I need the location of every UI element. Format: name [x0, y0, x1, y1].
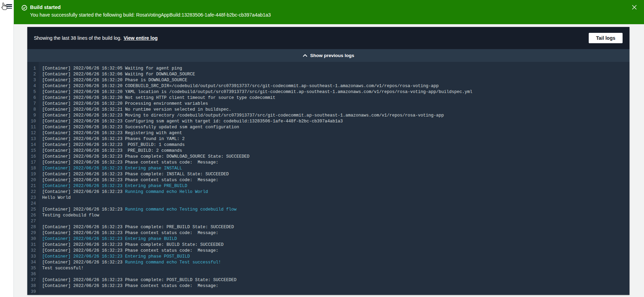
log-line-text: [Container] 2022/06/26 16:32:05 Waiting …: [39, 66, 182, 72]
log-line-number: 23: [27, 195, 39, 201]
log-line-text: [Container] 2022/06/26 16:32:23 Phase co…: [39, 224, 234, 230]
log-line: 32[Container] 2022/06/26 16:32:23 Phase …: [27, 248, 629, 254]
log-line: 29[Container] 2022/06/26 16:32:23 Phase …: [27, 230, 629, 236]
log-line: 18[Container] 2022/06/26 16:32:23 Enteri…: [27, 166, 629, 171]
log-line-number: 31: [27, 242, 39, 248]
log-line: 9[Container] 2022/06/26 16:32:23 Moving …: [27, 113, 629, 119]
log-line: 36: [27, 271, 629, 277]
log-line: 19[Container] 2022/06/26 16:32:23 Phase …: [27, 171, 629, 177]
log-output-area[interactable]: 1[Container] 2022/06/26 16:32:05 Waiting…: [27, 62, 629, 295]
log-line: 5[Container] 2022/06/26 16:32:20 YAML lo…: [27, 89, 629, 95]
log-line-text: [Container] 2022/06/26 16:32:20 YAML loc…: [39, 89, 472, 95]
log-line-text: [Container] 2022/06/26 16:32:23 Running …: [39, 189, 208, 195]
log-line-number: 3: [27, 77, 39, 83]
log-line-text: Test successful!: [39, 266, 84, 271]
log-line-text: [Container] 2022/06/26 16:32:23 Entering…: [39, 236, 177, 242]
log-line-number: 15: [27, 148, 39, 154]
log-line-number: 17: [27, 160, 39, 166]
log-line-number: 21: [27, 183, 39, 189]
view-entire-log-link[interactable]: View entire log: [124, 35, 158, 41]
log-line: 3[Container] 2022/06/26 16:32:20 Phase i…: [27, 77, 629, 83]
log-line: 30[Container] 2022/06/26 16:32:23 Enteri…: [27, 236, 629, 242]
log-line: 25[Container] 2022/06/26 16:32:23 Runnin…: [27, 207, 629, 213]
log-line-number: 1: [27, 66, 39, 72]
flashbar-title: Build started: [30, 4, 61, 10]
log-line: 28[Container] 2022/06/26 16:32:23 Phase …: [27, 224, 629, 230]
log-line-number: 7: [27, 101, 39, 107]
log-line: 24: [27, 201, 629, 207]
log-line-number: 37: [27, 277, 39, 283]
log-line-text: [Container] 2022/06/26 16:32:23 Phase co…: [39, 160, 218, 166]
log-line-text: [Container] 2022/06/26 16:32:23 Phase co…: [39, 242, 224, 248]
log-line-text: [39, 201, 42, 207]
log-line: 4[Container] 2022/06/26 16:32:20 CODEBUI…: [27, 83, 629, 89]
log-line-number: 26: [27, 213, 39, 219]
build-log-header: Showing the last 38 lines of the build l…: [27, 27, 629, 49]
log-line-number: 10: [27, 119, 39, 124]
log-line: 37[Container] 2022/06/26 16:32:23 Phase …: [27, 277, 629, 283]
log-line-number: 28: [27, 224, 39, 230]
log-line: 10[Container] 2022/06/26 16:32:23 Config…: [27, 119, 629, 124]
log-line-text: [Container] 2022/06/26 16:32:23 Phase co…: [39, 154, 249, 160]
log-line: 14[Container] 2022/06/26 16:32:23 POST_B…: [27, 142, 629, 148]
log-line: 16[Container] 2022/06/26 16:32:23 Phase …: [27, 154, 629, 160]
log-line: 33[Container] 2022/06/26 16:32:23 Enteri…: [27, 254, 629, 260]
log-line-number: 2: [27, 72, 39, 77]
log-line-number: 22: [27, 189, 39, 195]
log-line-number: 4: [27, 83, 39, 89]
log-line-number: 38: [27, 283, 39, 289]
log-line: 13[Container] 2022/06/26 16:32:23 Phases…: [27, 136, 629, 142]
menu-hamburger-icon[interactable]: [6, 4, 12, 9]
log-line-number: 9: [27, 113, 39, 119]
log-line: 20[Container] 2022/06/26 16:32:23 Phase …: [27, 177, 629, 183]
log-line-text: [Container] 2022/06/26 16:32:23 Running …: [39, 260, 221, 266]
log-line-number: 34: [27, 260, 39, 266]
log-line-text: [Container] 2022/06/26 16:32:21 No runti…: [39, 107, 231, 113]
log-line-text: [Container] 2022/06/26 16:32:23 Register…: [39, 130, 182, 136]
log-line-text: [Container] 2022/06/26 16:32:23 Entering…: [39, 183, 187, 189]
log-line-text: [Container] 2022/06/26 16:32:23 Successf…: [39, 124, 239, 130]
log-line: 11[Container] 2022/06/26 16:32:23 Succes…: [27, 124, 629, 130]
log-line: 26Testing codebuild flow: [27, 213, 629, 219]
log-line-text: [Container] 2022/06/26 16:32:23 Phase co…: [39, 171, 229, 177]
log-line-text: [Container] 2022/06/26 16:32:23 Phase co…: [39, 283, 218, 289]
log-line-number: 12: [27, 130, 39, 136]
log-line-text: [Container] 2022/06/26 16:32:23 POST_BUI…: [39, 142, 185, 148]
log-line-text: [Container] 2022/06/26 16:32:23 Running …: [39, 207, 237, 213]
build-log-panel: Showing the last 38 lines of the build l…: [27, 27, 629, 295]
close-icon[interactable]: [632, 4, 637, 10]
show-previous-logs-button[interactable]: Show previous logs: [27, 49, 629, 62]
log-line-text: Hello World: [39, 195, 71, 201]
log-line-number: 14: [27, 142, 39, 148]
log-line-number: 16: [27, 154, 39, 160]
log-line-text: [Container] 2022/06/26 16:32:06 Waiting …: [39, 72, 195, 77]
log-line: 7[Container] 2022/06/26 16:32:20 Process…: [27, 101, 629, 107]
log-line-text: [Container] 2022/06/26 16:32:23 Phase co…: [39, 177, 218, 183]
log-line-number: 30: [27, 236, 39, 242]
log-line-text: [39, 289, 42, 295]
log-line: 1[Container] 2022/06/26 16:32:05 Waiting…: [27, 66, 629, 72]
tail-logs-button[interactable]: Tail logs: [589, 33, 623, 43]
log-line: 35Test successful!: [27, 266, 629, 271]
log-line: 23Hello World: [27, 195, 629, 201]
chevron-up-icon: [303, 53, 307, 58]
log-line: 12[Container] 2022/06/26 16:32:23 Regist…: [27, 130, 629, 136]
log-line-number: 32: [27, 248, 39, 254]
log-line: 15[Container] 2022/06/26 16:32:23 PRE_BU…: [27, 148, 629, 154]
log-line-number: 27: [27, 219, 39, 224]
log-line: 38[Container] 2022/06/26 16:32:23 Phase …: [27, 283, 629, 289]
log-summary: Showing the last 38 lines of the build l…: [34, 35, 158, 41]
log-line-number: 29: [27, 230, 39, 236]
log-line-text: [Container] 2022/06/26 16:32:20 Not sett…: [39, 95, 275, 101]
log-line-text: [Container] 2022/06/26 16:32:20 Processi…: [39, 101, 208, 107]
log-line-number: 8: [27, 107, 39, 113]
log-line-text: [Container] 2022/06/26 16:32:23 Configur…: [39, 119, 343, 124]
log-line-number: 18: [27, 166, 39, 171]
log-line: 27: [27, 219, 629, 224]
log-line-text: [Container] 2022/06/26 16:32:23 Phase co…: [39, 230, 218, 236]
log-line-text: [Container] 2022/06/26 16:32:23 Phases f…: [39, 136, 185, 142]
log-line-number: 11: [27, 124, 39, 130]
log-line-text: [39, 271, 42, 277]
log-line-text: [Container] 2022/06/26 16:32:23 Moving t…: [39, 113, 444, 119]
log-line: 39: [27, 289, 629, 295]
